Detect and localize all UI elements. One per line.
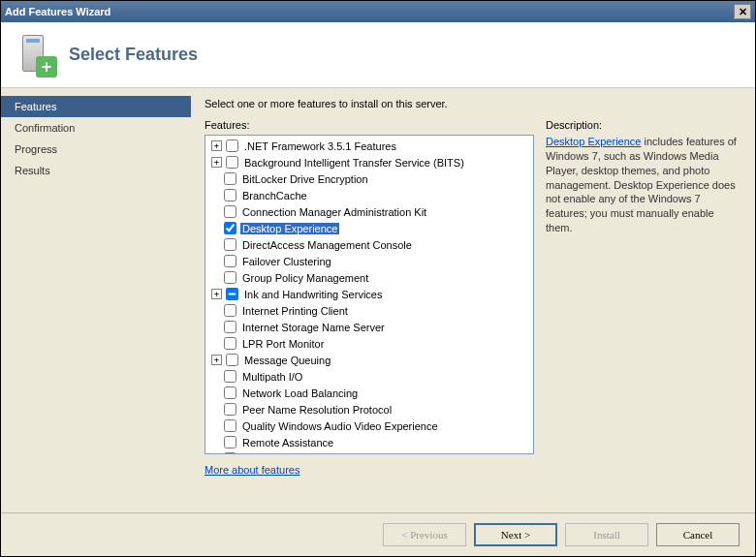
feature-label[interactable]: Group Policy Management [240,272,370,284]
header: + Select Features [1,22,755,88]
expand-icon[interactable]: + [211,157,222,168]
close-button[interactable]: ✕ [734,4,751,19]
feature-row[interactable]: BitLocker Drive Encryption [205,170,533,187]
feature-row[interactable]: LPR Port Monitor [205,335,533,352]
next-button[interactable]: Next > [474,523,557,546]
description-label: Description: [546,119,741,131]
feature-checkbox[interactable] [224,452,236,453]
feature-row[interactable]: Remote Differential Compression [205,450,533,453]
feature-label[interactable]: Remote Differential Compression [240,453,401,454]
feature-row[interactable]: Multipath I/O [205,368,533,385]
footer: < Previous Next > Install Cancel [1,512,755,556]
feature-label[interactable]: Quality Windows Audio Video Experience [240,420,440,432]
feature-row[interactable]: Remote Assistance [205,434,533,450]
wizard-icon: + [13,33,57,77]
feature-checkbox[interactable] [226,156,238,169]
wizard-window: Add Features Wizard ✕ + Select Features … [0,0,756,557]
feature-label[interactable]: Network Load Balancing [240,387,360,399]
body: FeaturesConfirmationProgressResults Sele… [1,88,755,512]
feature-checkbox[interactable] [224,205,236,218]
feature-row[interactable]: Failover Clustering [205,253,533,269]
feature-label[interactable]: Internet Storage Name Server [240,322,387,333]
feature-label[interactable]: DirectAccess Management Console [240,239,414,251]
feature-row[interactable]: Group Policy Management [205,269,533,286]
feature-row[interactable]: DirectAccess Management Console [205,236,533,253]
feature-label[interactable]: Multipath I/O [240,371,304,383]
feature-checkbox[interactable] [224,271,236,284]
feature-label[interactable]: Background Intelligent Transfer Service … [242,157,466,169]
feature-row[interactable]: Network Load Balancing [205,385,533,401]
feature-label[interactable]: LPR Port Monitor [240,338,326,350]
feature-row[interactable]: +Background Intelligent Transfer Service… [205,154,533,170]
titlebar: Add Features Wizard ✕ [1,1,755,22]
features-tree[interactable]: +.NET Framework 3.5.1 Features+Backgroun… [205,135,534,454]
nav-item-confirmation[interactable]: Confirmation [1,117,191,139]
description-text: Desktop Experience includes features of … [546,135,741,235]
window-title: Add Features Wizard [5,6,734,17]
feature-checkbox[interactable] [224,189,236,201]
cancel-button[interactable]: Cancel [656,523,740,546]
expand-icon[interactable]: + [211,140,222,151]
feature-row[interactable]: Desktop Experience [205,220,533,236]
nav-item-features[interactable]: Features [1,96,191,117]
feature-checkbox[interactable] [224,370,236,383]
feature-label[interactable]: Message Queuing [242,355,332,366]
nav-item-progress[interactable]: Progress [1,139,191,160]
feature-label[interactable]: Connection Manager Administration Kit [240,206,428,218]
feature-checkbox[interactable] [224,419,236,432]
feature-row[interactable]: +Ink and Handwriting Services [205,286,533,302]
expand-icon[interactable]: + [211,355,222,365]
expand-icon[interactable]: + [211,289,222,299]
feature-label[interactable]: Failover Clustering [240,256,333,267]
feature-checkbox[interactable] [224,222,236,234]
feature-checkbox[interactable] [226,354,238,366]
nav-item-results[interactable]: Results [1,160,191,181]
feature-checkbox[interactable] [224,403,236,416]
feature-label[interactable]: Desktop Experience [240,223,339,234]
feature-checkbox[interactable] [224,238,236,251]
description-body: includes features of Windows 7, such as … [546,136,737,233]
feature-checkbox[interactable] [224,255,236,267]
feature-checkbox[interactable] [224,436,236,449]
page-title: Select Features [69,45,198,65]
feature-label[interactable]: BitLocker Drive Encryption [240,173,370,185]
more-about-features-link[interactable]: More about features [205,464,534,476]
sidebar: FeaturesConfirmationProgressResults [1,88,191,512]
feature-checkbox[interactable] [224,172,236,185]
feature-row[interactable]: Internet Storage Name Server [205,319,533,335]
feature-row[interactable]: Internet Printing Client [205,302,533,319]
feature-checkbox[interactable] [226,288,238,300]
features-label: Features: [205,119,534,131]
feature-row[interactable]: Connection Manager Administration Kit [205,203,533,220]
feature-label[interactable]: .NET Framework 3.5.1 Features [242,140,398,152]
feature-label[interactable]: Ink and Handwriting Services [242,289,384,300]
feature-label[interactable]: Internet Printing Client [240,305,350,317]
install-button[interactable]: Install [565,523,648,546]
feature-row[interactable]: Quality Windows Audio Video Experience [205,418,533,434]
feature-checkbox[interactable] [224,321,236,333]
previous-button[interactable]: < Previous [383,523,466,546]
description-link[interactable]: Desktop Experience [546,136,641,147]
feature-row[interactable]: BranchCache [205,187,533,203]
main-panel: Select one or more features to install o… [191,88,755,512]
feature-checkbox[interactable] [224,304,236,317]
feature-label[interactable]: Peer Name Resolution Protocol [240,404,394,416]
feature-checkbox[interactable] [224,337,236,350]
instruction-text: Select one or more features to install o… [205,98,741,109]
feature-row[interactable]: +.NET Framework 3.5.1 Features [205,138,533,154]
feature-label[interactable]: BranchCache [240,190,309,201]
feature-label[interactable]: Remote Assistance [240,437,335,449]
feature-checkbox[interactable] [224,387,236,399]
feature-row[interactable]: +Message Queuing [205,352,533,368]
feature-checkbox[interactable] [226,139,238,152]
feature-row[interactable]: Peer Name Resolution Protocol [205,401,533,418]
